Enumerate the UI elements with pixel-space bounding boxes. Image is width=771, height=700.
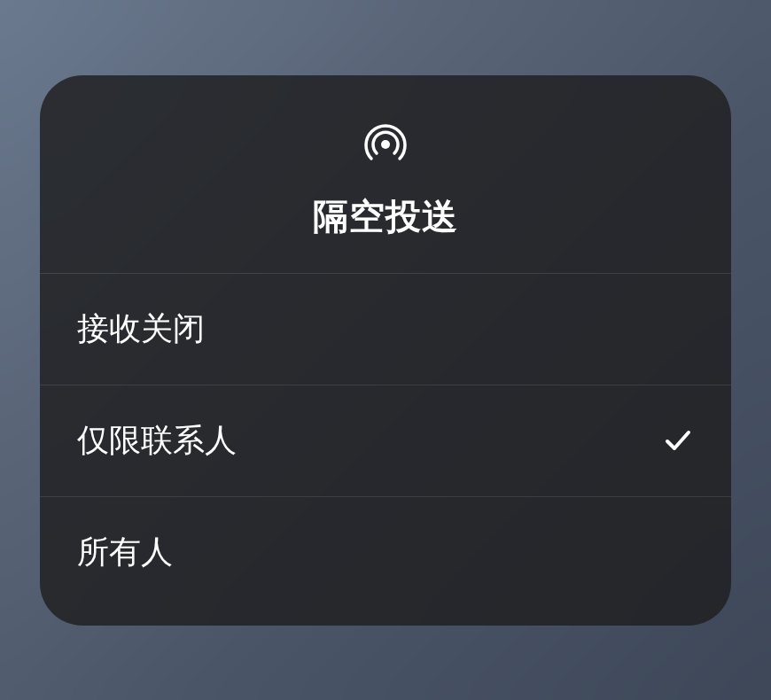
panel-header: 隔空投送 (40, 75, 731, 274)
svg-point-0 (381, 140, 390, 149)
option-label: 仅限联系人 (77, 419, 237, 463)
airdrop-settings-panel: 隔空投送 接收关闭 仅限联系人 所有人 (40, 75, 731, 626)
airdrop-icon (361, 118, 410, 167)
checkmark-icon (662, 424, 694, 456)
options-list: 接收关闭 仅限联系人 所有人 (40, 274, 731, 626)
option-contacts-only[interactable]: 仅限联系人 (40, 385, 731, 497)
option-label: 所有人 (77, 531, 173, 574)
panel-title: 隔空投送 (313, 192, 458, 241)
option-label: 接收关闭 (77, 307, 205, 351)
option-everyone[interactable]: 所有人 (40, 497, 731, 626)
option-receiving-off[interactable]: 接收关闭 (40, 274, 731, 385)
